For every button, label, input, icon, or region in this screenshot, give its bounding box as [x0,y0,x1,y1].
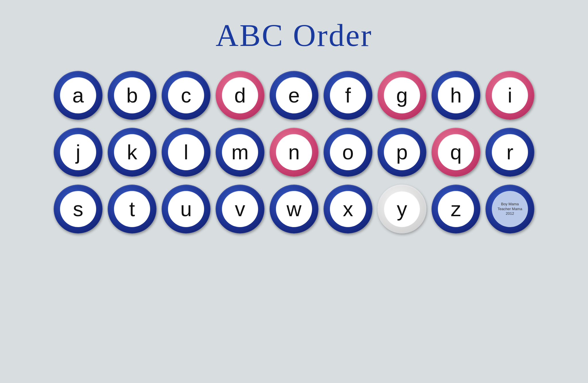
letter-cap-t[interactable]: t [108,185,156,233]
letter-cap-s[interactable]: s [54,185,102,233]
letter-c: c [181,85,191,106]
letter-d: d [234,85,246,106]
caps-row-row3: stuvwxyzBoy MamaTeacher Mama2012 [54,185,534,233]
letter-cap-r[interactable]: r [486,128,534,177]
caps-row-row1: abcdefghi [54,71,534,120]
letter-cap-b[interactable]: b [108,71,156,120]
page-title: ABC Order [216,17,372,54]
letter-f: f [345,85,351,106]
letter-n: n [288,142,300,163]
letter-v: v [235,199,245,219]
letter-w: w [287,199,301,219]
letter-m: m [231,142,249,163]
letter-cap-w[interactable]: w [270,185,318,233]
letter-cap-h[interactable]: h [432,71,480,120]
letter-j: j [76,142,80,163]
letter-s: s [73,199,83,219]
caps-row-row2: jklmnopqr [54,128,534,177]
letter-cap-u[interactable]: u [162,185,210,233]
letter-l: l [184,142,188,163]
letter-g: g [396,85,408,106]
watermark-text: Boy MamaTeacher Mama2012 [498,202,522,216]
letter-cap-j[interactable]: j [54,128,102,177]
letter-cap-watermark[interactable]: Boy MamaTeacher Mama2012 [486,185,534,233]
letter-cap-c[interactable]: c [162,71,210,120]
letter-u: u [180,199,192,219]
letter-p: p [396,142,408,163]
letter-cap-q[interactable]: q [432,128,480,177]
letter-cap-d[interactable]: d [216,71,264,120]
letter-r: r [506,142,513,163]
letter-cap-z[interactable]: z [432,185,480,233]
letter-q: q [450,142,462,163]
letter-cap-i[interactable]: i [486,71,534,120]
letter-k: k [127,142,137,163]
letter-cap-g[interactable]: g [378,71,426,120]
letter-cap-a[interactable]: a [54,71,102,120]
letter-cap-y[interactable]: y [378,185,426,233]
letter-cap-f[interactable]: f [324,71,372,120]
letter-h: h [450,85,462,106]
letter-cap-e[interactable]: e [270,71,318,120]
letter-b: b [126,85,138,106]
letter-cap-l[interactable]: l [162,128,210,177]
alphabet-grid: abcdefghijklmnopqrstuvwxyzBoy MamaTeache… [54,71,534,233]
letter-y: y [397,199,407,219]
letter-cap-o[interactable]: o [324,128,372,177]
letter-o: o [342,142,354,163]
letter-cap-x[interactable]: x [324,185,372,233]
letter-cap-p[interactable]: p [378,128,426,177]
letter-i: i [508,85,512,106]
letter-z: z [451,199,461,219]
letter-cap-v[interactable]: v [216,185,264,233]
letter-a: a [72,85,84,106]
letter-e: e [288,85,300,106]
letter-t: t [129,199,135,219]
letter-cap-k[interactable]: k [108,128,156,177]
letter-cap-n[interactable]: n [270,128,318,177]
letter-x: x [343,199,353,219]
letter-cap-m[interactable]: m [216,128,264,177]
